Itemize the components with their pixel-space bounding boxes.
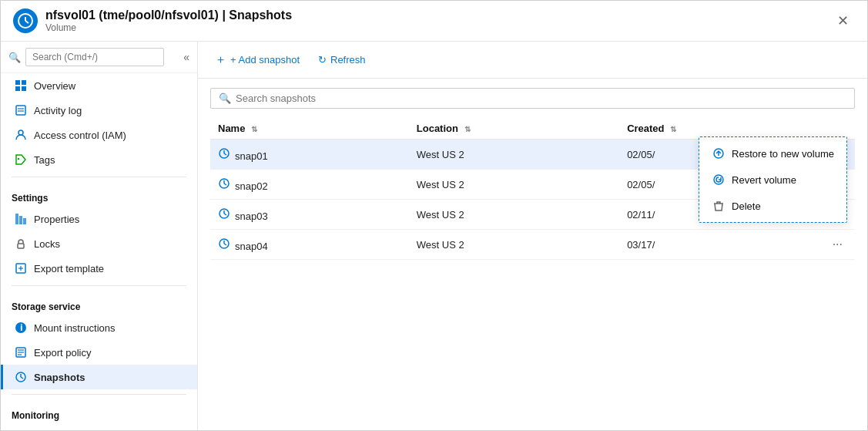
svg-rect-16 xyxy=(18,244,24,248)
iam-icon xyxy=(14,128,28,142)
content-area: ＋ + Add snapshot ↻ Refresh 🔍 xyxy=(198,42,867,430)
svg-text:i: i xyxy=(20,322,23,333)
sidebar-search-bar: 🔍 « xyxy=(1,42,197,73)
svg-line-34 xyxy=(224,184,226,185)
sidebar-item-activity-log[interactable]: Activity log xyxy=(1,98,197,123)
cell-name: snap03 xyxy=(210,200,409,230)
revert-icon xyxy=(712,173,726,187)
more-options-button[interactable]: ··· xyxy=(828,236,847,253)
sidebar-label-locks: Locks xyxy=(34,238,60,250)
log-icon xyxy=(14,103,28,117)
delete-icon xyxy=(712,199,726,213)
add-snapshot-button[interactable]: ＋ + Add snapshot xyxy=(210,49,304,70)
sidebar-label-overview: Overview xyxy=(34,80,75,92)
svg-rect-15 xyxy=(23,218,26,224)
cell-location: West US 2 xyxy=(409,140,619,170)
sidebar-item-export-policy[interactable]: Export policy xyxy=(1,340,197,365)
svg-line-28 xyxy=(21,377,23,379)
svg-rect-7 xyxy=(16,106,25,115)
title-bar: nfsvol01 (tme/pool0/nfsvol01) | Snapshot… xyxy=(1,1,867,42)
section-label-monitoring: Monitoring xyxy=(1,399,197,424)
cell-more: ··· xyxy=(816,230,855,260)
row-snapshot-icon xyxy=(218,207,230,220)
row-snapshot-icon xyxy=(218,177,230,190)
policy-icon xyxy=(14,345,28,359)
svg-point-10 xyxy=(18,130,23,135)
search-icon: 🔍 xyxy=(8,52,21,63)
sidebar-label-activity-log: Activity log xyxy=(34,105,82,116)
sidebar-item-access-control[interactable]: Access control (IAM) xyxy=(1,123,197,147)
context-menu-revert[interactable]: Revert volume xyxy=(699,167,846,193)
table-row[interactable]: snap04 West US 2 03/17/ ··· xyxy=(210,230,855,260)
toolbar: ＋ + Add snapshot ↻ Refresh xyxy=(198,42,867,79)
sidebar-label-properties: Properties xyxy=(34,214,79,225)
restore-icon xyxy=(712,146,726,160)
svg-rect-4 xyxy=(22,80,26,85)
context-revert-label: Revert volume xyxy=(732,174,796,186)
cell-created: 03/17/ xyxy=(619,230,816,260)
context-menu-restore[interactable]: Restore to new volume xyxy=(699,140,846,167)
context-restore-label: Restore to new volume xyxy=(732,148,834,160)
cell-location: West US 2 xyxy=(409,200,619,230)
context-menu-delete[interactable]: Delete xyxy=(699,193,846,219)
context-menu: Restore to new volume Revert volume xyxy=(699,136,847,223)
cell-name: snap04 xyxy=(210,230,409,260)
main-layout: 🔍 « Overview Activity log xyxy=(1,42,867,430)
svg-rect-3 xyxy=(15,80,20,85)
context-delete-label: Delete xyxy=(732,200,761,212)
table-area: 🔍 Name ⇅ Location ⇅ Created ⇅ xyxy=(198,79,867,430)
sidebar-item-metrics[interactable]: Metrics xyxy=(1,424,197,430)
svg-line-31 xyxy=(224,153,226,155)
snapshot-icon xyxy=(14,370,28,384)
section-label-settings: Settings xyxy=(1,182,197,207)
svg-marker-11 xyxy=(16,155,25,164)
section-label-storage: Storage service xyxy=(1,291,197,315)
svg-rect-5 xyxy=(15,86,20,91)
cell-name: snap01 xyxy=(210,140,409,170)
add-icon: ＋ xyxy=(215,52,226,67)
properties-icon xyxy=(14,212,28,226)
sidebar-item-overview[interactable]: Overview xyxy=(1,73,197,98)
sidebar-label-tags: Tags xyxy=(34,154,55,166)
sort-created-icon[interactable]: ⇅ xyxy=(670,125,676,133)
row-snapshot-icon xyxy=(218,147,230,160)
row-snapshot-icon xyxy=(218,237,230,250)
cell-location: West US 2 xyxy=(409,170,619,200)
svg-point-12 xyxy=(18,158,19,160)
title-text: nfsvol01 (tme/pool0/nfsvol01) | Snapshot… xyxy=(45,8,292,33)
cell-location: West US 2 xyxy=(409,230,619,260)
close-button[interactable]: ✕ xyxy=(831,9,855,32)
cell-name: snap02 xyxy=(210,170,409,200)
sidebar-label-snapshots: Snapshots xyxy=(34,372,85,383)
sidebar-item-properties[interactable]: Properties xyxy=(1,207,197,231)
info-icon: i xyxy=(14,321,28,335)
sidebar-label-mount-instructions: Mount instructions xyxy=(34,322,116,334)
sidebar-item-locks[interactable]: Locks xyxy=(1,231,197,256)
window-title: nfsvol01 (tme/pool0/nfsvol01) | Snapshot… xyxy=(45,8,292,22)
sidebar-label-access-control: Access control (IAM) xyxy=(34,130,126,141)
sidebar-item-export-template[interactable]: Export template xyxy=(1,256,197,281)
export-icon xyxy=(14,261,28,275)
sidebar-label-export-template: Export template xyxy=(34,263,104,274)
sidebar-item-mount-instructions[interactable]: i Mount instructions xyxy=(1,315,197,340)
sort-name-icon[interactable]: ⇅ xyxy=(251,125,257,133)
sidebar-item-tags[interactable]: Tags xyxy=(1,147,197,172)
svg-rect-13 xyxy=(15,214,18,224)
sidebar-item-snapshots[interactable]: Snapshots xyxy=(1,365,197,389)
refresh-icon: ↻ xyxy=(318,54,327,66)
sidebar-search-input[interactable] xyxy=(25,48,164,66)
sidebar-label-export-policy: Export policy xyxy=(34,347,91,359)
svg-rect-6 xyxy=(22,86,26,91)
svg-line-40 xyxy=(224,244,226,245)
refresh-button[interactable]: ↻ Refresh xyxy=(313,51,370,69)
search-snapshots-icon: 🔍 xyxy=(219,93,231,104)
metrics-icon xyxy=(14,429,28,430)
tags-icon xyxy=(14,153,28,167)
snapshot-search-input[interactable] xyxy=(236,93,846,104)
divider-storage xyxy=(12,285,186,286)
grid-icon xyxy=(14,79,28,93)
col-name: Name ⇅ xyxy=(210,118,409,140)
collapse-icon[interactable]: « xyxy=(183,51,189,63)
sort-location-icon[interactable]: ⇅ xyxy=(464,125,471,133)
table-wrapper: Name ⇅ Location ⇅ Created ⇅ snap01 West … xyxy=(210,118,855,260)
